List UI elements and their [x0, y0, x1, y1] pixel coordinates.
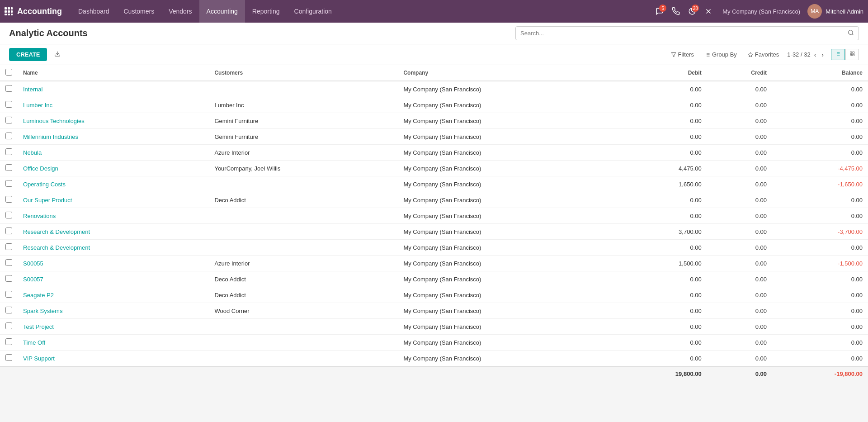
row-checkbox[interactable]	[5, 101, 12, 108]
row-customer	[209, 208, 398, 224]
top-navigation: Accounting Dashboard Customers Vendors A…	[0, 0, 868, 23]
nav-menu: Dashboard Customers Vendors Accounting R…	[71, 0, 339, 23]
svg-rect-29	[853, 52, 854, 54]
row-checkbox[interactable]	[5, 180, 12, 187]
table-row: Office Design YourCompany, Joel Willis M…	[0, 161, 868, 176]
row-name[interactable]: S00055	[18, 256, 209, 271]
row-checkbox[interactable]	[5, 291, 12, 298]
row-company: My Company (San Francisco)	[398, 208, 616, 224]
row-checkbox[interactable]	[5, 228, 12, 234]
nav-customers[interactable]: Customers	[117, 0, 162, 23]
nav-configuration[interactable]: Configuration	[287, 0, 339, 23]
row-checkbox[interactable]	[5, 85, 12, 92]
kanban-view-button[interactable]	[845, 49, 859, 60]
row-name[interactable]: Office Design	[18, 161, 209, 176]
pagination-prev[interactable]: ‹	[812, 50, 818, 59]
moon-icon-btn[interactable]: 28	[685, 5, 699, 18]
row-company: My Company (San Francisco)	[398, 129, 616, 145]
col-name[interactable]: Name	[18, 65, 209, 81]
row-customer	[209, 319, 398, 335]
col-credit[interactable]: Credit	[707, 65, 772, 81]
create-button[interactable]: CREATE	[9, 48, 47, 61]
col-customers[interactable]: Customers	[209, 65, 398, 81]
svg-rect-3	[5, 10, 7, 13]
table-row: Nebula Azure Interior My Company (San Fr…	[0, 145, 868, 161]
row-name[interactable]: Research & Development	[18, 224, 209, 240]
row-name[interactable]: Spark Systems	[18, 303, 209, 319]
filters-button[interactable]: Filters	[668, 49, 697, 60]
select-all-checkbox[interactable]	[5, 69, 12, 76]
row-customer: Wood Corner	[209, 303, 398, 319]
nav-reporting[interactable]: Reporting	[245, 0, 287, 23]
row-customer	[209, 81, 398, 97]
row-checkbox[interactable]	[5, 196, 12, 203]
phone-icon-btn[interactable]	[669, 5, 683, 18]
row-checkbox[interactable]	[5, 243, 12, 250]
nav-accounting[interactable]: Accounting	[199, 0, 245, 23]
apps-icon[interactable]	[5, 7, 13, 15]
row-checkbox[interactable]	[5, 275, 12, 282]
row-company: My Company (San Francisco)	[398, 351, 616, 367]
row-checkbox[interactable]	[5, 338, 12, 345]
row-name[interactable]: Research & Development	[18, 240, 209, 256]
row-debit: 0.00	[616, 208, 707, 224]
row-checkbox[interactable]	[5, 212, 12, 218]
col-balance[interactable]: Balance	[772, 65, 868, 81]
row-balance: 0.00	[772, 145, 868, 161]
row-checkbox[interactable]	[5, 164, 12, 171]
toolbar: CREATE Filters Group By Favorites 1-32 /…	[0, 44, 868, 65]
nav-dashboard[interactable]: Dashboard	[71, 0, 117, 23]
row-checkbox[interactable]	[5, 133, 12, 139]
search-button[interactable]	[843, 27, 859, 40]
row-name[interactable]: Lumber Inc	[18, 97, 209, 113]
row-name[interactable]: Our Super Product	[18, 192, 209, 208]
row-checkbox[interactable]	[5, 354, 12, 361]
row-name[interactable]: Seagate P2	[18, 287, 209, 303]
row-name[interactable]: Operating Costs	[18, 176, 209, 192]
data-table: Name Customers Company Debit Credit Bala…	[0, 65, 868, 381]
row-name[interactable]: Test Project	[18, 319, 209, 335]
table-row: S00057 Deco Addict My Company (San Franc…	[0, 271, 868, 287]
row-name[interactable]: Nebula	[18, 145, 209, 161]
search-input[interactable]	[516, 27, 843, 39]
group-by-button[interactable]: Group By	[702, 49, 740, 60]
svg-rect-0	[5, 7, 7, 9]
nav-vendors[interactable]: Vendors	[161, 0, 199, 23]
user-menu[interactable]: MA Mitchell Admin	[807, 4, 863, 19]
row-customer: Gemini Furniture	[209, 113, 398, 129]
row-customer: Deco Addict	[209, 271, 398, 287]
row-customer: Gemini Furniture	[209, 129, 398, 145]
pagination-next[interactable]: ›	[820, 50, 826, 59]
row-credit: 0.00	[707, 224, 772, 240]
row-customer: Deco Addict	[209, 287, 398, 303]
col-company[interactable]: Company	[398, 65, 616, 81]
brand-name[interactable]: Accounting	[17, 7, 62, 16]
row-name[interactable]: VIP Support	[18, 351, 209, 367]
row-checkbox[interactable]	[5, 259, 12, 266]
row-checkbox[interactable]	[5, 117, 12, 123]
row-name[interactable]: Internal	[18, 81, 209, 97]
messages-icon-btn[interactable]: 5	[653, 5, 666, 18]
table-row: Internal My Company (San Francisco) 0.00…	[0, 81, 868, 97]
row-name[interactable]: Millennium Industries	[18, 129, 209, 145]
row-name[interactable]: Luminous Technologies	[18, 113, 209, 129]
col-debit[interactable]: Debit	[616, 65, 707, 81]
row-name[interactable]: Time Off	[18, 335, 209, 351]
row-debit: 0.00	[616, 97, 707, 113]
close-icon-btn[interactable]	[702, 5, 715, 18]
row-checkbox[interactable]	[5, 307, 12, 313]
row-debit: 0.00	[616, 351, 707, 367]
download-button[interactable]	[52, 49, 63, 61]
row-balance: 0.00	[772, 303, 868, 319]
row-balance: 0.00	[772, 192, 868, 208]
list-view-button[interactable]	[831, 49, 844, 60]
row-name[interactable]: Renovations	[18, 208, 209, 224]
row-name[interactable]: S00057	[18, 271, 209, 287]
row-debit: 0.00	[616, 335, 707, 351]
row-checkbox[interactable]	[5, 322, 12, 329]
svg-rect-30	[853, 54, 854, 56]
row-debit: 0.00	[616, 129, 707, 145]
page-header: Analytic Accounts	[0, 23, 868, 44]
row-checkbox[interactable]	[5, 148, 12, 155]
favorites-button[interactable]: Favorites	[745, 49, 782, 60]
